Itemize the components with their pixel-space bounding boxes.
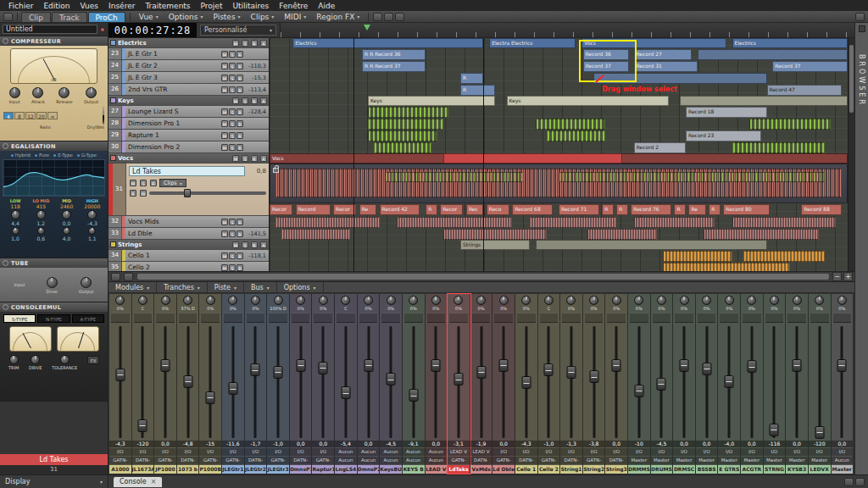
sends-area[interactable] [269,313,287,323]
project-name-field[interactable]: Untitled [3,25,97,34]
clip[interactable]: Record 68 [512,204,553,215]
volume-fader[interactable] [583,324,605,440]
volume-fader[interactable] [426,324,448,440]
volume-fader[interactable] [403,324,425,440]
io-selector[interactable]: Aucun [358,448,380,456]
fader-handle[interactable] [837,359,847,372]
pan-knob[interactable] [657,296,666,305]
record-arm-button[interactable]: R [150,180,157,186]
toolbar-menu[interactable]: Region FX▾ [311,13,364,21]
volume-fader[interactable] [267,324,289,440]
grid-view-icon[interactable] [111,273,120,281]
eq-gain-knob[interactable] [11,210,20,219]
mixer-strip[interactable]: 0% 0,0 Aucun Aucun DmnsP2 [358,294,381,474]
fader-handle[interactable] [296,359,305,372]
mixer-strip[interactable]: 0% 0,0 I/O Master DRMSC [673,294,696,474]
clip[interactable] [704,229,819,240]
fader-handle[interactable] [499,359,509,372]
console-tab[interactable]: Console × [114,477,162,487]
clip[interactable]: R [709,204,721,215]
track-row[interactable]: 25 JL E Gtr 3 M S R -15,3 [108,72,269,84]
strip-name[interactable]: KEYS B [403,465,425,474]
sends-area[interactable] [449,313,468,323]
fx-slot[interactable]: Master [764,457,786,464]
mixer-strip[interactable]: C -5,4 Aucun Aucun LngLS4 [335,294,358,474]
clip[interactable]: Record 47 [767,85,843,96]
clip[interactable]: Record 23 [686,130,761,141]
io-selector[interactable]: Aucun [426,448,448,456]
strip-name[interactable]: E GTRS [718,465,740,474]
sends-area[interactable] [810,313,829,323]
fader-handle[interactable] [747,360,756,373]
io-selector[interactable]: I/O [312,448,334,456]
strip-name[interactable]: P1000B [199,465,221,474]
volume-fader[interactable] [696,324,718,440]
clip[interactable] [536,119,605,130]
solo-button[interactable]: S [229,264,236,271]
toolbar-menu[interactable]: Clips▾ [246,13,280,21]
menu-item[interactable]: Insérer [103,2,140,10]
strip-name[interactable]: JP1000 [154,465,176,474]
track-row[interactable]: 26 2nd Vrs GTR M S R -113,4 [108,84,269,96]
clip[interactable]: Record 71 [559,204,599,215]
mixer-strip[interactable]: 100% D -1,0 I/O GATN- JLEGtr3 [267,294,290,474]
tube-output-knob[interactable] [81,277,92,288]
power-icon[interactable] [3,38,8,44]
strip-name[interactable]: Raptur1 [312,465,334,474]
mixer-strip[interactable]: 0% -9,1 Aucun Aucun KEYS B [403,294,426,474]
pan-knob[interactable] [612,296,621,305]
strip-name[interactable]: Ld Dble [492,465,515,474]
clip[interactable]: R [674,204,686,215]
fx-slot[interactable]: DATN- [290,457,312,464]
fader-handle[interactable] [341,386,350,399]
browser-panel[interactable]: BROWSER [854,23,868,474]
output-knob[interactable] [86,87,97,98]
eq-gain-knob[interactable] [87,210,97,219]
mixer-strip[interactable]: 0% -11,6 I/O GATN- JLEGtr1 [222,294,245,474]
track-group-header[interactable]: Strings M S R A [108,240,269,250]
fx-slot[interactable]: DATN- [470,457,492,464]
horizontal-scroll-thumb[interactable] [137,274,829,280]
console-drive-knob[interactable] [31,355,40,364]
io-selector[interactable]: I/O [583,448,605,456]
volume-fader[interactable] [177,324,199,440]
mixer-strip[interactable]: 0% 0,0 I/O DATN- String3 [605,294,628,474]
clip[interactable]: R [460,73,483,84]
power-icon[interactable] [3,260,8,266]
fader-handle[interactable] [612,359,621,372]
menu-item[interactable]: Projet [196,2,228,10]
strip-name[interactable]: BSSBS [696,465,718,474]
volume-fader[interactable] [651,324,673,440]
fx-slot[interactable]: GATN- [199,457,221,464]
fx-slot[interactable]: DATN- [245,457,267,464]
console-menu[interactable]: Options ▾ [277,282,324,292]
volume-fader[interactable] [673,324,695,440]
mute-button[interactable]: M [221,230,228,237]
fx-slot[interactable]: Aucun [832,457,854,464]
track-row[interactable]: 24 JL E Gtr 2 M S R -110,3 [108,60,269,72]
solo-button[interactable]: S [229,51,236,58]
clip[interactable]: Electra Electrics [489,38,576,48]
fx-slot[interactable]: Master [696,457,718,464]
write-automation-button[interactable]: W [140,190,147,197]
track-row[interactable]: 27 Lounge Lizard S M S R -128,4 [108,106,269,118]
pan-knob[interactable] [364,296,373,305]
clip[interactable]: Record 37 [772,61,848,72]
pan-knob[interactable] [747,296,756,305]
solo-button[interactable]: S [229,132,236,139]
clip[interactable] [281,229,351,240]
fx-slot[interactable]: GATN- [448,457,470,464]
clip[interactable] [443,229,548,240]
automation-button[interactable]: A [260,155,267,162]
io-selector[interactable]: LEAD V [448,448,470,456]
fader-handle[interactable] [319,362,328,374]
volume-fader[interactable] [109,324,131,440]
strip-name[interactable]: LEAD V [426,465,448,474]
attack-knob[interactable] [32,87,43,98]
eq-mode-option[interactable]: Hybrid [11,152,31,158]
compressor-header[interactable]: COMPRESSEUR [0,36,108,46]
mute-button[interactable]: M [130,180,136,186]
mixer-strip[interactable]: 0% -10 I/O Master DRMMS [628,294,651,474]
volume-fader[interactable] [628,324,650,440]
clip[interactable]: R R Record 36 [362,49,426,60]
